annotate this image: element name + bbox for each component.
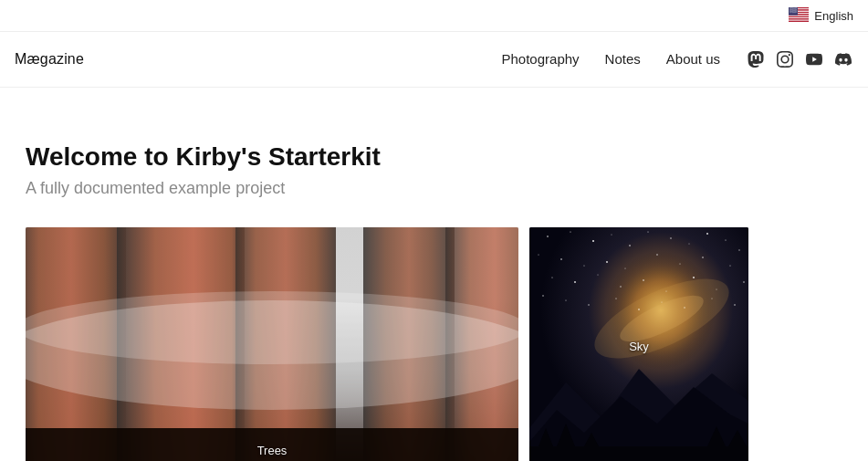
- svg-point-24: [793, 8, 794, 9]
- svg-point-47: [795, 11, 796, 12]
- svg-point-18: [794, 7, 795, 8]
- language-bar: English: [0, 0, 868, 32]
- svg-point-15: [790, 7, 791, 8]
- svg-point-99: [542, 295, 544, 297]
- svg-point-40: [796, 10, 797, 11]
- nav-photography[interactable]: Photography: [502, 51, 580, 67]
- photo-card-trees[interactable]: Trees: [26, 227, 518, 461]
- svg-point-94: [643, 279, 644, 281]
- svg-point-87: [679, 263, 680, 264]
- social-icons-group: [746, 49, 853, 69]
- svg-point-81: [539, 255, 539, 256]
- svg-point-37: [792, 10, 793, 11]
- svg-point-25: [795, 8, 796, 9]
- svg-point-80: [738, 249, 739, 250]
- svg-point-31: [793, 9, 794, 10]
- svg-point-23: [792, 8, 793, 9]
- hero-title: Welcome to Kirby's Starterkit: [26, 142, 842, 172]
- language-selector[interactable]: English: [789, 7, 853, 25]
- svg-point-101: [588, 304, 589, 305]
- svg-rect-13: [789, 7, 798, 16]
- nav-right: Photography Notes About us: [502, 49, 853, 69]
- svg-point-55: [797, 12, 798, 13]
- svg-point-73: [612, 235, 612, 236]
- svg-point-98: [743, 281, 744, 282]
- svg-point-30: [792, 9, 793, 10]
- svg-point-14: [790, 7, 790, 8]
- svg-point-52: [793, 12, 794, 13]
- svg-point-91: [574, 281, 576, 283]
- mastodon-icon[interactable]: [746, 49, 766, 69]
- svg-point-17: [793, 7, 794, 8]
- svg-point-82: [560, 258, 562, 260]
- svg-point-88: [702, 257, 704, 258]
- svg-point-89: [730, 266, 731, 267]
- nav-about-us[interactable]: About us: [666, 51, 720, 67]
- instagram-icon[interactable]: [775, 49, 795, 69]
- flag-icon: [789, 7, 809, 25]
- svg-point-102: [615, 298, 616, 299]
- svg-point-70: [547, 236, 549, 237]
- svg-rect-7: [789, 15, 809, 16]
- svg-point-44: [792, 11, 793, 12]
- svg-point-42: [790, 11, 790, 12]
- svg-point-77: [689, 244, 690, 245]
- svg-point-53: [795, 12, 796, 13]
- svg-point-38: [793, 10, 794, 11]
- svg-point-86: [656, 254, 657, 255]
- trees-label: Trees: [257, 444, 288, 457]
- svg-point-75: [647, 231, 648, 232]
- svg-point-36: [791, 10, 792, 11]
- nav-notes[interactable]: Notes: [605, 51, 641, 67]
- svg-rect-11: [789, 19, 809, 20]
- svg-point-46: [794, 11, 795, 12]
- svg-point-28: [790, 9, 790, 10]
- svg-point-71: [570, 231, 570, 232]
- hero-subtitle: A fully documented example project: [26, 179, 842, 198]
- svg-point-45: [793, 11, 794, 12]
- svg-rect-10: [789, 18, 809, 19]
- discord-icon[interactable]: [833, 49, 853, 69]
- svg-point-21: [790, 8, 791, 9]
- svg-point-48: [796, 11, 797, 12]
- svg-point-72: [592, 240, 594, 242]
- svg-point-51: [792, 12, 793, 13]
- sky-label: Sky: [629, 340, 649, 353]
- svg-rect-9: [789, 17, 809, 18]
- svg-point-34: [796, 9, 797, 10]
- svg-point-96: [693, 277, 695, 278]
- svg-point-74: [629, 245, 631, 246]
- svg-point-85: [625, 268, 626, 269]
- svg-point-54: [796, 12, 797, 13]
- svg-point-39: [795, 10, 796, 11]
- svg-point-84: [606, 261, 608, 263]
- svg-point-49: [790, 12, 791, 13]
- site-logo[interactable]: Mægazine: [15, 51, 84, 68]
- svg-point-79: [725, 239, 726, 240]
- svg-point-76: [670, 237, 671, 238]
- svg-point-41: [797, 10, 798, 11]
- svg-point-27: [797, 8, 798, 9]
- youtube-icon[interactable]: [804, 49, 824, 69]
- svg-point-107: [734, 304, 735, 305]
- svg-point-43: [790, 11, 791, 12]
- svg-point-92: [598, 275, 599, 276]
- photo-grid: Trees: [0, 227, 868, 461]
- main-nav: Photography Notes About us: [502, 51, 720, 68]
- svg-point-83: [583, 265, 584, 266]
- svg-point-90: [551, 277, 552, 278]
- svg-rect-112: [529, 446, 748, 461]
- svg-point-50: [791, 12, 792, 13]
- language-label: English: [814, 9, 853, 23]
- hero-section: Welcome to Kirby's Starterkit A fully do…: [0, 88, 868, 227]
- svg-point-78: [706, 233, 708, 235]
- photo-card-sky[interactable]: Sky: [529, 227, 748, 461]
- svg-point-29: [790, 9, 791, 10]
- svg-point-22: [791, 8, 792, 9]
- svg-point-16: [792, 7, 793, 8]
- svg-point-32: [794, 9, 795, 10]
- svg-point-20: [796, 7, 797, 8]
- svg-point-66: [26, 291, 518, 364]
- svg-point-19: [795, 7, 796, 8]
- svg-point-33: [795, 9, 796, 10]
